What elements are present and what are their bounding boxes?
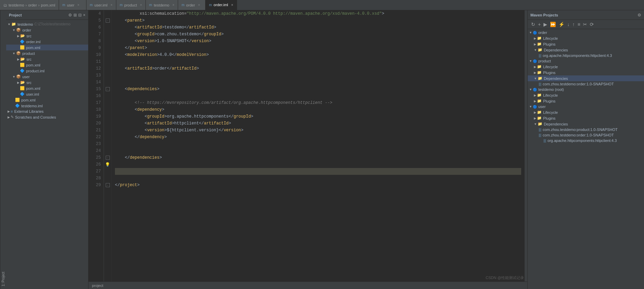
tab-user[interactable]: m user × [59, 0, 86, 10]
maven-btn-add[interactable]: + [537, 21, 541, 27]
maven-btn-lightning[interactable]: ⚡ [558, 21, 565, 27]
sidebar-item-product-src[interactable]: ▶ 📂 src [6, 56, 88, 62]
ln-13: 13 [91, 72, 101, 79]
maven-item-order-deps[interactable]: ▼ 📁 Dependencies [528, 47, 644, 53]
fold-marker-29[interactable]: − [106, 183, 110, 187]
tab-close-testdemo[interactable]: × [172, 3, 174, 7]
lightbulb-icon[interactable]: 💡 [105, 162, 110, 167]
fold-29[interactable]: − [104, 182, 111, 189]
maven-btn-run[interactable]: ▶ [543, 21, 548, 27]
maven-btn-reset[interactable]: ⟳ [589, 21, 595, 27]
editor-scroll-indicator[interactable] [525, 10, 527, 281]
maven-item-user-dep-order[interactable]: ||| com.zhou.testdemo:order:1.0-SNAPSHOT [528, 132, 644, 138]
project-tab[interactable]: 🗂 testdemo › order › pom.xml [0, 0, 59, 10]
maven-folder-icon-order-deps: 📁 [538, 48, 542, 52]
maven-btn-collapse[interactable]: ≡ [577, 21, 581, 27]
maven-btn-cut[interactable]: ✂ [582, 21, 588, 27]
sidebar-item-order-src[interactable]: ▶ 📂 src [6, 33, 88, 39]
maven-item-user-dep-httpclient[interactable]: ||| org.apache.httpcomponents:httpclient… [528, 138, 644, 143]
tab-order[interactable]: m order × [178, 0, 206, 10]
maven-item-order[interactable]: ▼ 🔵 order [528, 30, 644, 35]
maven-arrow-testdemo-lifecycle: ▶ [534, 94, 536, 97]
maven-item-order-lifecycle[interactable]: ▶ 📁 Lifecycle [528, 35, 644, 41]
sidebar-item-testdemo-iml[interactable]: 🔷 testdemo.iml [6, 103, 88, 109]
editor-content[interactable]: 4 5 6 7 8 9 10 11 12 13 14 15 16 17 18 1… [89, 10, 527, 281]
sidebar-item-user-iml[interactable]: 🔷 user.iml [6, 91, 88, 97]
fold-26: 💡 [104, 161, 111, 168]
project-panel-label[interactable]: 1: Project [0, 10, 6, 289]
fold-21 [104, 127, 111, 134]
sidebar-item-pom-product[interactable]: 🟨 pom.xml [6, 62, 88, 68]
sidebar-collapse-icon[interactable]: ⊟ [78, 13, 82, 17]
fold-17 [104, 99, 111, 106]
maven-item-product-dep-order[interactable]: ||| com.zhou.testdemo:order:1.0-SNAPSHOT [528, 81, 644, 87]
tab-close-user-iml[interactable]: × [110, 3, 113, 7]
ln-25: 25 [91, 154, 101, 161]
sidebar-item-pom-user[interactable]: 🟨 pom.xml [6, 85, 88, 91]
sidebar-item-order-iml[interactable]: 🔷 order.iml [6, 39, 88, 45]
code-line-5: <parent> [115, 17, 521, 24]
editor-status-bar: project [89, 281, 527, 289]
sidebar-item-user-src[interactable]: ▶ 📂 src [6, 80, 88, 85]
tab-close-order[interactable]: × [198, 3, 200, 7]
maven-item-user-plugins[interactable]: ▶ 📁 Plugins [528, 115, 644, 121]
tab-product[interactable]: m product × [116, 0, 146, 10]
maven-item-order-plugins[interactable]: ▶ 📁 Plugins [528, 41, 644, 47]
user-src-icon: 📂 [20, 80, 25, 85]
maven-item-user-dep-product[interactable]: ||| com.zhou.testdemo:product:1.0-SNAPSH… [528, 127, 644, 132]
maven-item-product-deps[interactable]: ▼ 📁 Dependencies [528, 75, 644, 81]
maven-product-label: product [538, 59, 551, 63]
maven-btn-refresh[interactable]: ↻ [530, 21, 536, 27]
sidebar-item-scratches[interactable]: ▶ ✎ Scratches and Consoles [6, 114, 88, 120]
main-container: 1: Project Project ⚙ ⊞ ⊟ × ▼ 📁 testdemo … [0, 10, 644, 289]
maven-item-user-lifecycle[interactable]: ▶ 📁 Lifecycle [528, 109, 644, 115]
pom-product-icon: 🟨 [20, 63, 25, 67]
tab-order-iml[interactable]: m order.iml × [206, 0, 237, 10]
sidebar-item-external-libs[interactable]: ▶ ≡ External Libraries [6, 109, 88, 114]
tab-close-user[interactable]: × [78, 3, 80, 7]
tab-user-iml[interactable]: m user.iml × [86, 0, 116, 10]
sidebar-item-user[interactable]: ▼ 📦 user [6, 74, 88, 80]
sidebar-settings-icon[interactable]: ⚙ [68, 13, 72, 17]
maven-item-product[interactable]: ▼ 🔵 product [528, 58, 644, 64]
fold-marker-25[interactable]: − [106, 156, 110, 160]
maven-btn-skip-tests[interactable]: ⏩ [549, 21, 557, 27]
code-line-22: </dependency> [115, 134, 521, 141]
product-label: product [22, 51, 35, 56]
fold-25[interactable]: − [104, 154, 111, 161]
maven-btn-download[interactable]: ↓ [566, 21, 570, 27]
maven-item-user-deps[interactable]: ▼ 📁 Dependencies [528, 121, 644, 127]
code-line-23 [115, 141, 521, 147]
maven-item-product-plugins[interactable]: ▶ 📁 Plugins [528, 70, 644, 75]
fold-5[interactable]: − [104, 17, 111, 24]
code-line-16 [115, 93, 521, 99]
maven-item-order-dep-httpclient[interactable]: ||| org.apache.httpcomponents:httpclient… [528, 53, 644, 58]
maven-item-testdemo-lifecycle[interactable]: ▶ 📁 Lifecycle [528, 92, 644, 98]
order-label: order [22, 28, 31, 32]
maven-item-testdemo[interactable]: ▼ 🔵 testdemo (root) [528, 87, 644, 92]
sidebar-item-order[interactable]: ▼ 📦 order [6, 27, 88, 33]
fold-19 [104, 113, 111, 120]
maven-item-product-lifecycle[interactable]: ▶ 📁 Lifecycle [528, 64, 644, 70]
code-area[interactable]: xsi:schemaLocation="http://maven.apache.… [112, 10, 525, 281]
code-line-27[interactable] [115, 168, 521, 175]
sidebar-item-testdemo[interactable]: ▼ 📁 testdemo C:\ZTools\test\testdemo [6, 21, 88, 27]
maven-settings-icon[interactable]: ⚙ [637, 13, 641, 17]
sidebar-item-pom-root[interactable]: 🟨 pom.xml [6, 97, 88, 103]
product-iml-icon: 🔷 [20, 69, 25, 73]
sidebar-expand-icon[interactable]: ⊞ [73, 13, 77, 17]
maven-item-testdemo-plugins[interactable]: ▶ 📁 Plugins [528, 98, 644, 104]
tab-close-order-iml[interactable]: × [231, 3, 233, 7]
sidebar-item-pom-order[interactable]: 🟨 pom.xml [6, 45, 88, 50]
fold-15[interactable]: − [104, 86, 111, 93]
tab-testdemo[interactable]: m testdemo × [146, 0, 178, 10]
sidebar-item-product[interactable]: ▼ 📦 product [6, 50, 88, 56]
tab-close-product[interactable]: × [140, 3, 142, 7]
maven-btn-upload[interactable]: ↑ [572, 21, 575, 27]
sidebar-item-product-iml[interactable]: 🔷 product.iml [6, 68, 88, 74]
fold-marker-15[interactable]: − [106, 87, 110, 91]
maven-dep-icon-order: ||| [539, 82, 541, 86]
maven-item-user[interactable]: ▼ 🔵 user [528, 104, 644, 109]
fold-marker-5[interactable]: − [106, 19, 110, 23]
sidebar-close-icon[interactable]: × [83, 13, 85, 17]
